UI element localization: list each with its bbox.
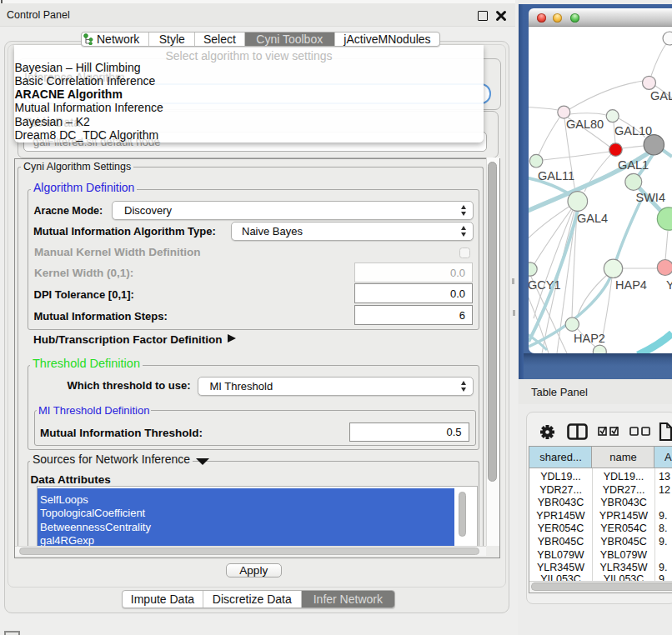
svg-text:HAP2: HAP2: [574, 332, 605, 345]
svg-text:GCY1: GCY1: [529, 278, 561, 292]
svg-text:GAL10: GAL10: [614, 124, 652, 138]
svg-text:GAL11: GAL11: [538, 169, 574, 182]
svg-text:GAL80: GAL80: [566, 118, 604, 131]
svg-text:HAP4: HAP4: [615, 278, 647, 292]
svg-text:GAL4: GAL4: [577, 212, 608, 225]
svg-text:GAL2: GAL2: [650, 89, 672, 102]
svg-text:SWI4: SWI4: [636, 191, 665, 204]
svg-text:GAL1: GAL1: [618, 158, 649, 172]
svg-text:YM: YM: [666, 278, 672, 292]
